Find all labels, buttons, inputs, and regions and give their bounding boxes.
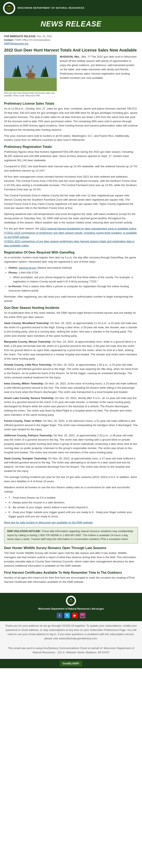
- svg-text:WI: WI: [70, 599, 72, 600]
- govdelivery-footer: Thank you for your patience as we go thr…: [0, 621, 142, 659]
- gamreg-reminder: Reminder: After registering, you will ne…: [4, 295, 138, 303]
- agency-name-text: WISCONSIN DEPARTMENT OF NATURAL RESOURCE…: [18, 7, 85, 9]
- press-photo: [4, 55, 57, 91]
- instagram-icon[interactable]: 📷: [80, 613, 86, 618]
- footer-logo-bar: WI DEPARTMENT OF NATURAL RESOURCES Wisco…: [0, 593, 142, 621]
- svg-rect-15: [28, 76, 29, 79]
- incidents-intro: As of publication time of this news rele…: [4, 311, 138, 319]
- incident-4: Iowa County, Milton Township: On Nov. 19…: [4, 381, 138, 394]
- list-item: When prompted, use your phone keypad to …: [13, 275, 138, 284]
- license-sales-body2: This year, licenses were sold to hunters…: [4, 134, 138, 143]
- incident-6: Forest County, Town of Hiles: On Nov. 20…: [4, 419, 138, 432]
- zone-breakdown-link[interactable]: 2022 regional harvest breakdown by deer …: [40, 227, 136, 230]
- footer-agency-name: Wisconsin Department of Natural Resource…: [38, 608, 104, 610]
- incident-3: Oneida County, Little Rice Township: On …: [4, 363, 138, 380]
- gamreg-link[interactable]: A?2021-2022 comparison of our deer seaso…: [4, 240, 135, 247]
- contact-email: DNRP@wisconsin.gov: [4, 42, 138, 45]
- govdelivery-badge: GovDELIVERY: [60, 661, 82, 666]
- svg-text:RESOURCES: RESOURCES: [6, 10, 12, 11]
- section-license-sales-heading: Preliminary License Sales Totals: [4, 102, 138, 105]
- govdelivery-top-text: Thank you for your patience as we go thr…: [4, 624, 138, 641]
- wildlife-survey-body: The Deer Hunter Wildlife Survey will rem…: [4, 551, 138, 568]
- svg-text:DEPARTMENT OF: DEPARTMENT OF: [68, 601, 74, 601]
- harvest-certs-body: Hunters of all ages who head out for the…: [4, 576, 138, 584]
- warden-note: Wardens remind all hunters to use the fo…: [4, 486, 138, 494]
- press-release-content: FOR IMMEDIATE RELEASE: Nov. 29, 2022 Con…: [0, 32, 142, 589]
- safe-hunting-link[interactable]: More tips for safe hunting in Wisconsin …: [4, 521, 93, 524]
- registration-links: For the gun deer season, the 2022 region…: [4, 227, 138, 248]
- contact-meta: Contact: TDNR Office Of Communications: [4, 39, 138, 41]
- svg-rect-6: [4, 77, 56, 91]
- registration-body5: Opening weekend saw cold temperatures an…: [4, 212, 138, 225]
- registration-body4: The Central Farmland Zone in Adams Count…: [4, 193, 138, 211]
- safe-hunting-link-text: More tips for safe hunting in Wisconsin …: [4, 521, 138, 525]
- release-meta: FOR IMMEDIATE RELEASE: Nov. 29, 2022: [4, 35, 138, 38]
- violation-hotline-box: DNR VIOLATION HOTLINE: Those with inform…: [4, 527, 138, 544]
- govdelivery-logo-bottom: GovDELIVERY: [0, 659, 142, 668]
- list-item: Phone: 1-844-426-3734 When prompted, use…: [8, 271, 138, 284]
- license-sales-body: As of 11:59 p.m., Sunday, Nov. 27, sales…: [4, 107, 138, 132]
- incidents-average: The average hunting incidents per year f…: [4, 475, 138, 484]
- incident-8: Sauk County, Sumpter Township: On Nov. 2…: [4, 457, 138, 473]
- svg-text:NATURAL: NATURAL: [7, 9, 11, 10]
- svg-rect-16: [30, 76, 31, 79]
- section-incidents-heading: Gun Deer Season Hunting Incidents: [4, 306, 138, 310]
- agency-logo: WI DEPARTMENT OF NATURAL RESOURCES: [3, 2, 15, 14]
- facebook-icon[interactable]: f: [56, 613, 62, 618]
- youtube-icon[interactable]: ▶: [72, 613, 78, 618]
- registration-body3: All four deer management zones showed ha…: [4, 175, 138, 192]
- svg-rect-13: [29, 72, 31, 76]
- safety-rules-list: T - Treat every firearm as if it is load…: [4, 496, 138, 519]
- section-harvest-certs-heading: First Harvest Certificates Available To …: [4, 571, 138, 575]
- safety-rule-k: K - Keep your finger outside your trigge…: [8, 510, 138, 519]
- incident-2: Marquette County, Mecan Township: On Nov…: [4, 340, 138, 361]
- safety-rule-t: T - Treat every firearm as if it is load…: [8, 496, 138, 500]
- twitter-icon[interactable]: 𝕏: [64, 613, 70, 618]
- safety-rule-b: B - Be certain of your target, what's be…: [8, 505, 138, 510]
- registration-body2: Compared to 2021, the total firearm deer…: [4, 164, 138, 173]
- incident-5: Green Lake County, Seneca Township: On N…: [4, 396, 138, 417]
- press-release-title: 2022 Gun Deer Hunt Harvest Totals And Li…: [4, 48, 138, 53]
- list-item: In-Person: Find a station that offers a …: [8, 284, 138, 293]
- svg-rect-18: [33, 76, 34, 79]
- list-item: Online: gamreg.wi.gov (fastest and easie…: [8, 266, 138, 270]
- site-header: WI DEPARTMENT OF NATURAL RESOURCES WISCO…: [0, 0, 142, 16]
- photo-caption: 2022 gun deer hunt harvest totals and li…: [4, 92, 57, 97]
- incident-1: Sauk County, Woodland Township: On Nov. …: [4, 321, 138, 338]
- section-gamreg-heading: Registration Of Deer Required With GameR…: [4, 251, 138, 254]
- intro-section: 2022 gun deer hunt harvest totals and li…: [4, 55, 138, 99]
- incident-7: Jefferson County, Palmyra Township: On N…: [4, 434, 138, 455]
- registration-body1: Preliminary figures show that hunters re…: [4, 150, 138, 163]
- comparison-link[interactable]: A?2021-2022 comparison of preliminary gu…: [4, 231, 137, 239]
- section-wildlife-survey-heading: Deer Hunter Wildlife Survey Remains Open…: [4, 546, 138, 550]
- news-release-banner: NEWS RELEASE: [0, 16, 142, 32]
- footer-logo: WI DEPARTMENT OF NATURAL RESOURCES: [66, 596, 76, 606]
- govdelivery-bottom-text: This email was sent to using GovDelivery…: [4, 646, 138, 655]
- svg-text:NATURAL RESOURCES: NATURAL RESOURCES: [67, 602, 75, 602]
- safety-rule-a: A - Always point the muzzle in a safe di…: [8, 501, 138, 505]
- svg-rect-17: [32, 76, 32, 79]
- section-registration-heading: Preliminary Registration Totals: [4, 145, 138, 149]
- gamreg-online-link[interactable]: gamreg.wi.gov: [19, 266, 37, 269]
- svg-text:DEPARTMENT OF: DEPARTMENT OF: [5, 8, 13, 9]
- social-icons-group: f 𝕏 ▶ 📷: [56, 613, 86, 618]
- gamreg-methods-list: Online: gamreg.wi.gov (fastest and easie…: [4, 266, 138, 293]
- photo-block: 2022 gun deer hunt harvest totals and li…: [4, 55, 57, 97]
- svg-point-14: [29, 70, 32, 73]
- gamreg-body: As a reminder, hunters must register the…: [4, 255, 138, 264]
